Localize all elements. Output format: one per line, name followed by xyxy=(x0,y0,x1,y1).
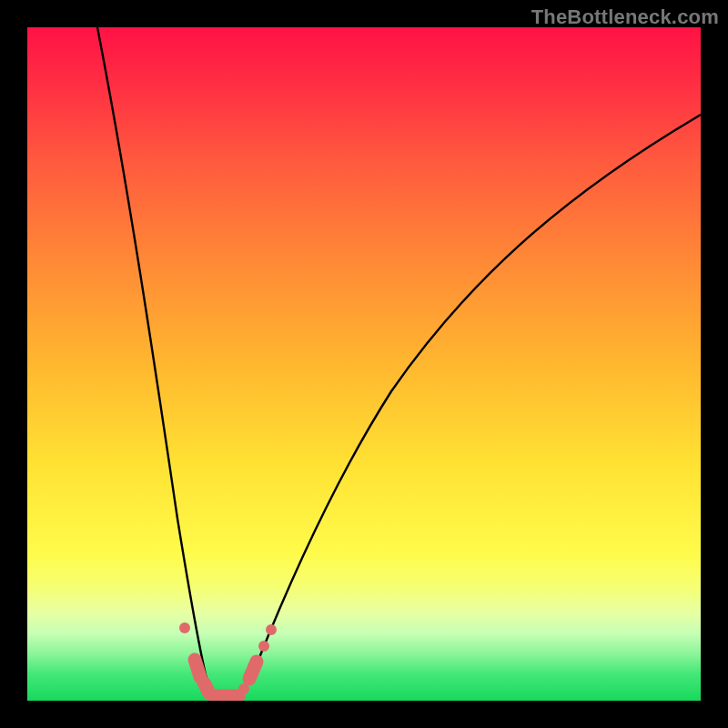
highlight-cap xyxy=(195,660,200,677)
highlight-dot xyxy=(266,624,277,635)
highlight-cap xyxy=(249,662,257,679)
plot-area xyxy=(27,27,701,701)
curve-layer xyxy=(27,27,701,701)
highlight-dot xyxy=(179,622,190,633)
curve-right xyxy=(235,115,701,696)
highlight-cap xyxy=(204,682,209,693)
curve-left xyxy=(97,27,218,696)
watermark-text: TheBottleneck.com xyxy=(531,5,719,29)
chart-frame: TheBottleneck.com xyxy=(0,0,728,728)
highlight-dot xyxy=(258,641,269,652)
